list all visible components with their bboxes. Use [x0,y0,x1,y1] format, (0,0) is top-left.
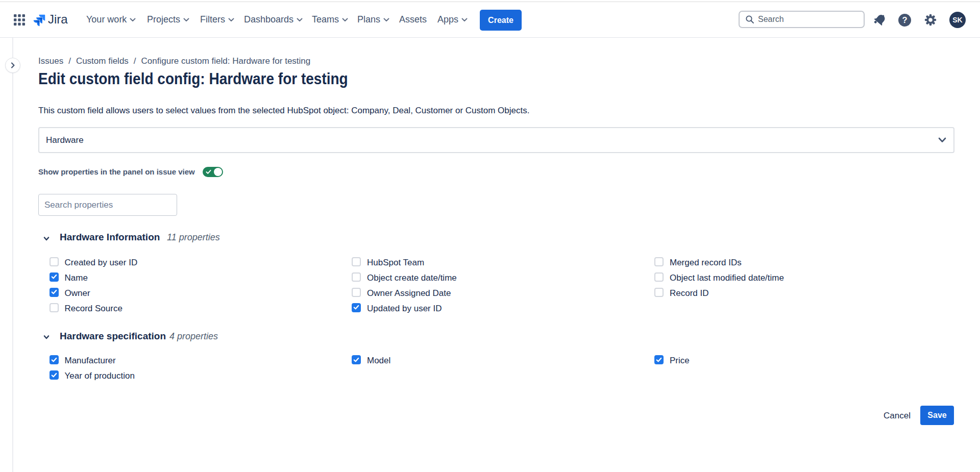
svg-text:?: ? [902,15,907,24]
